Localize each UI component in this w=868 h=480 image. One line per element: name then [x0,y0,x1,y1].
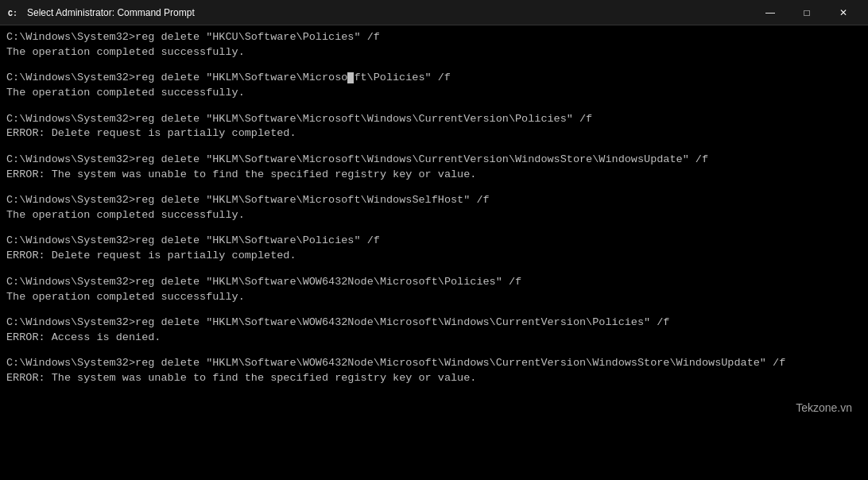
window: C: Select Administrator: Command Prompt … [0,0,868,480]
svg-text:C:: C: [8,10,17,18]
maximize-button[interactable]: □ [789,0,825,25]
title-bar: C: Select Administrator: Command Prompt … [0,0,868,25]
terminal-line: The operation completed successfully. [6,290,862,305]
window-controls: — □ ✕ [752,0,862,25]
terminal-line: C:\Windows\System32>reg delete "HKLM\Sof… [6,356,862,371]
terminal-line: The operation completed successfully. [6,86,862,101]
cmd-icon: C: [6,6,21,20]
terminal-line: C:\Windows\System32>reg delete "HKLM\Sof… [6,234,862,249]
text-cursor [347,72,354,83]
terminal-line [6,346,862,357]
terminal-line: ERROR: Access is denied. [6,331,862,346]
terminal-line [6,141,862,153]
terminal-output: C:\Windows\System32>reg delete "HKCU\Sof… [6,30,862,386]
terminal-line: C:\Windows\System32>reg delete "HKLM\Sof… [6,193,862,208]
minimize-button[interactable]: — [752,0,789,25]
terminal-line: ERROR: Delete request is partially compl… [6,126,862,141]
terminal-line [6,264,862,275]
terminal-line [6,101,862,112]
terminal-line [6,223,862,234]
terminal-content: C:\Windows\System32>reg delete "HKCU\Sof… [0,25,868,480]
terminal-line: C:\Windows\System32>reg delete "HKLM\Sof… [6,71,862,86]
terminal-line: ERROR: The system was unable to find the… [6,371,862,386]
terminal-line [6,183,862,194]
close-button[interactable]: ✕ [825,0,862,25]
window-title: Select Administrator: Command Prompt [27,7,752,18]
terminal-line: C:\Windows\System32>reg delete "HKCU\Sof… [6,30,862,45]
terminal-line: The operation completed successfully. [6,45,862,60]
terminal-line: C:\Windows\System32>reg delete "HKLM\Sof… [6,275,862,290]
watermark: Tekzone.vn [796,401,852,416]
terminal-line: C:\Windows\System32>reg delete "HKLM\Sof… [6,112,862,127]
terminal-line: ERROR: Delete request is partially compl… [6,249,862,264]
terminal-line [6,60,862,72]
terminal-line: The operation completed successfully. [6,208,862,223]
terminal-line: C:\Windows\System32>reg delete "HKLM\Sof… [6,315,862,331]
terminal-line: ERROR: The system was unable to find the… [6,168,862,183]
terminal-line [6,304,862,315]
terminal-line: C:\Windows\System32>reg delete "HKLM\Sof… [6,153,862,168]
